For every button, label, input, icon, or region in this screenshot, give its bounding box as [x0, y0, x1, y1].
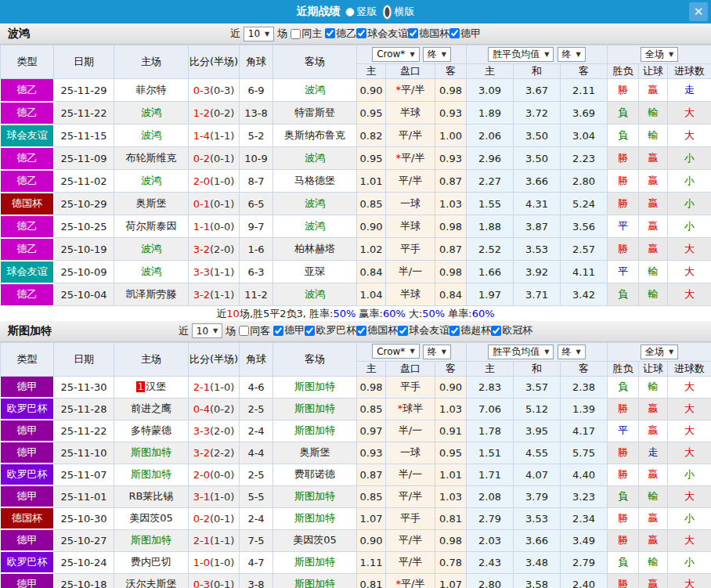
league-filter-德甲[interactable]: 德甲 [273, 323, 305, 337]
league-checkbox[interactable] [273, 326, 283, 336]
chevron-down-icon: ▼ [576, 51, 581, 58]
match-row: 欧罗巴杯25-11-07斯图加特2-0(0-0)2-5费耶诺德0.87半/一1.… [1, 464, 711, 485]
same-home-filter[interactable]: 同主 [291, 27, 322, 41]
avg-away-odds: 2.40 [561, 573, 608, 588]
same-away-filter[interactable]: 同客 [239, 324, 270, 338]
odds-home: 0.90 [357, 215, 386, 238]
corner-count: 4-6 [240, 376, 273, 398]
league-filter-欧罗巴杯[interactable]: 欧罗巴杯 [305, 323, 356, 337]
final-select[interactable]: 终▼ [423, 47, 451, 62]
vertical-layout-radio[interactable]: 竖版 [346, 5, 377, 19]
radio-selected-icon[interactable] [383, 5, 392, 20]
handicap-result-badge: 輸 [639, 551, 668, 573]
league-checkbox[interactable] [325, 28, 335, 38]
league-checkbox[interactable] [398, 326, 408, 336]
away-team: 奥斯纳布鲁克 [273, 124, 357, 147]
league-checkbox[interactable] [356, 28, 366, 38]
goals-result-badge: 大 [668, 283, 711, 306]
league-badge: 德乙 [1, 283, 54, 306]
away-team: 波鸿 [273, 215, 357, 238]
crow-select[interactable]: Crow*▼ [372, 47, 419, 62]
final-select[interactable]: 终▼ [423, 345, 451, 359]
avg-draw-odds: 4.07 [514, 464, 561, 485]
league-badge: 德国杯 [1, 507, 54, 529]
same-away-checkbox[interactable] [239, 326, 249, 336]
league-filter-德国杯[interactable]: 德国杯 [408, 27, 449, 41]
away-team: 波鸿 [273, 283, 357, 306]
odds-away: 0.91 [435, 420, 467, 442]
section-header-stuttgart: 斯图加特 近 10 ▼ 场 同客 德甲欧罗巴杯德国杯球会友谊德超杯欧冠杯 [0, 321, 711, 342]
summary-text: 50% [333, 308, 356, 319]
avg-select[interactable]: 胜平负均值▼ [488, 47, 554, 62]
close-icon[interactable]: ✕ [689, 2, 708, 21]
avg-draw-odds: 3.58 [514, 573, 561, 588]
same-home-checkbox[interactable] [291, 29, 301, 39]
league-badge: 德甲 [1, 529, 54, 551]
league-badge: 欧罗巴杯 [1, 551, 54, 573]
league-filter-球会友谊[interactable]: 球会友谊 [398, 323, 449, 337]
league-filter-德甲[interactable]: 德甲 [449, 27, 481, 41]
final2-select[interactable]: 终▼ [558, 47, 586, 62]
league-badge: 德乙 [1, 79, 54, 102]
avg-draw-header: 和 [514, 361, 561, 376]
match-date: 25-11-07 [54, 464, 114, 485]
chevron-down-icon: ▼ [213, 327, 218, 334]
result-badge: 勝 [608, 170, 639, 193]
handicap: 半球 [386, 102, 435, 124]
league-filter-德超杯[interactable]: 德超杯 [449, 323, 491, 337]
avg-select[interactable]: 胜平负均值▼ [488, 345, 554, 359]
avg-away-odds: 2.57 [561, 238, 608, 261]
goals-result-badge: 大 [668, 102, 711, 124]
final2-select[interactable]: 终▼ [558, 345, 586, 359]
handicap: *平/半 [386, 79, 435, 102]
fullmatch-select[interactable]: 全场▼ [641, 345, 678, 359]
odds-away: 0.98 [435, 215, 467, 238]
away-team: 斯图加特 [273, 551, 357, 573]
odds-home: 0.90 [357, 529, 386, 551]
odds-away: 0.78 [435, 551, 467, 573]
summary-text: 单率: [445, 307, 472, 321]
league-checkbox[interactable] [305, 326, 315, 336]
league-filter-球会友谊[interactable]: 球会友谊 [356, 27, 408, 41]
games-count-select[interactable]: 10 ▼ [244, 27, 274, 41]
home-team: 前进之鹰 [114, 398, 189, 420]
league-checkbox[interactable] [491, 326, 501, 336]
league-checkbox[interactable] [449, 28, 460, 38]
league-filter-德乙[interactable]: 德乙 [325, 27, 356, 41]
match-date: 25-11-22 [54, 420, 114, 442]
radio-icon[interactable] [346, 8, 355, 16]
away-team: 斯图加特 [273, 420, 357, 442]
home-team: 1汉堡 [114, 376, 189, 398]
odds-home: 0.93 [357, 442, 386, 464]
avg-away-odds: 3.42 [561, 283, 608, 306]
league-checkbox[interactable] [356, 326, 366, 336]
league-checkbox[interactable] [408, 28, 418, 38]
handicap-result-badge: 贏 [639, 420, 668, 442]
home-team: 荷尔斯泰因 [114, 215, 189, 238]
match-row: 德乙25-11-02波鸿2-0(1-0)8-7马格德堡1.01平/半0.872.… [1, 170, 711, 193]
odds-handicap-header: 盘口 [386, 361, 435, 376]
odds-away: 0.84 [435, 283, 467, 306]
league-badge: 德乙 [1, 238, 54, 261]
fullmatch-select[interactable]: 全场▼ [641, 47, 678, 62]
match-date: 25-10-09 [54, 261, 114, 283]
league-filter-欧冠杯[interactable]: 欧冠杯 [491, 323, 532, 337]
league-filter-德国杯[interactable]: 德国杯 [356, 323, 398, 337]
handicap-result-badge: 贏 [639, 507, 668, 529]
near-label: 近 [179, 324, 189, 338]
horizontal-layout-radio[interactable]: 横版 [383, 5, 415, 20]
goals-result-badge: 小 [668, 147, 711, 170]
crow-select[interactable]: Crow*▼ [372, 344, 419, 359]
avg-home-odds: 2.80 [467, 573, 514, 588]
avg-away-odds: 2.23 [561, 147, 608, 170]
corner-count: 10-9 [240, 147, 273, 170]
col-date-header: 日期 [54, 342, 114, 376]
games-count-select[interactable]: 10 ▼ [192, 323, 222, 338]
league-checkbox[interactable] [449, 326, 460, 336]
avg-home-odds: 2.83 [467, 376, 514, 398]
corner-count: 3-8 [240, 573, 273, 588]
match-row: 德甲25-11-01RB莱比锡3-1(1-0)5-5斯图加特0.85平/半1.0… [1, 485, 711, 507]
handicap: 平手 [386, 238, 435, 261]
score: 2-0(0-0) [189, 464, 240, 485]
result-badge: 勝 [608, 398, 639, 420]
